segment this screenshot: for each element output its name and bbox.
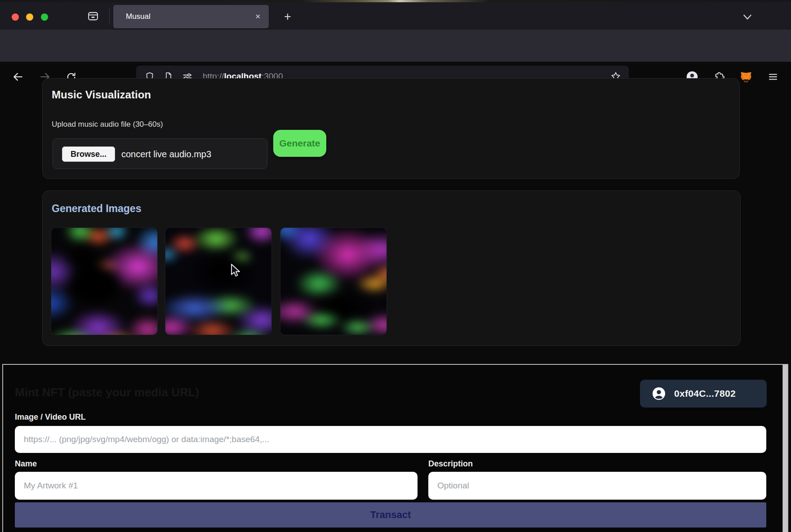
mint-panel-faint-title: Mint NFT (paste your media URL)	[15, 386, 199, 399]
window-minimize-button[interactable]	[26, 13, 33, 21]
mint-nft-panel: Mint NFT (paste your media URL) 0xf04C..…	[2, 364, 788, 532]
tab-title: Musual	[126, 12, 151, 21]
tab-bar: Musual ✕ +	[0, 2, 791, 30]
generated-image-3[interactable]	[280, 228, 387, 335]
name-input[interactable]	[15, 472, 418, 500]
upload-instruction: Upload music audio file (30–60s)	[52, 120, 163, 129]
tab-separator	[109, 8, 110, 24]
navigation-toolbar: http://localhost:3000	[0, 30, 791, 62]
visualization-art-1	[51, 228, 157, 335]
visualization-art-2	[165, 228, 271, 335]
window-zoom-button[interactable]	[41, 13, 48, 21]
tab-close-icon[interactable]: ✕	[255, 13, 261, 21]
tab-musual[interactable]: Musual ✕	[113, 5, 269, 28]
new-tab-button[interactable]: +	[280, 8, 296, 26]
metamask-fox-icon[interactable]	[740, 71, 752, 83]
generate-button[interactable]: Generate	[273, 130, 326, 157]
wallet-badge[interactable]: 0xf04C...7802	[640, 380, 767, 408]
tab-list-chevron-icon[interactable]	[740, 11, 755, 23]
panel-scrollbar[interactable]	[782, 365, 787, 532]
generated-image-2[interactable]	[165, 228, 271, 335]
generated-image-1[interactable]	[51, 228, 157, 335]
firefox-view-icon[interactable]	[86, 9, 100, 23]
image-video-url-label: Image / Video URL	[15, 412, 86, 422]
description-label: Description	[428, 459, 473, 469]
file-upload-input[interactable]: Browse... concert live audio.mp3	[53, 138, 267, 169]
window-close-button[interactable]	[12, 13, 19, 21]
selected-file-name: concert live audio.mp3	[121, 139, 211, 169]
back-icon[interactable]	[12, 71, 24, 83]
browser-window: Musual ✕ +	[0, 0, 791, 532]
description-input[interactable]	[428, 472, 766, 500]
music-card-title: Music Visualization	[52, 89, 151, 101]
music-visualization-card: Music Visualization Upload music audio f…	[42, 78, 740, 179]
wallet-account-icon	[652, 386, 666, 401]
wallet-address: 0xf04C...7802	[674, 388, 736, 399]
browse-button[interactable]: Browse...	[62, 146, 115, 162]
name-label: Name	[15, 459, 37, 469]
mouse-cursor	[230, 263, 241, 278]
generated-images-title: Generated Images	[52, 203, 141, 215]
visualization-art-3	[280, 228, 387, 335]
transact-button[interactable]: Transact	[15, 502, 766, 528]
image-video-url-input[interactable]	[15, 426, 766, 453]
generated-images-card: Generated Images	[42, 191, 741, 346]
hamburger-menu-icon[interactable]	[767, 71, 779, 83]
